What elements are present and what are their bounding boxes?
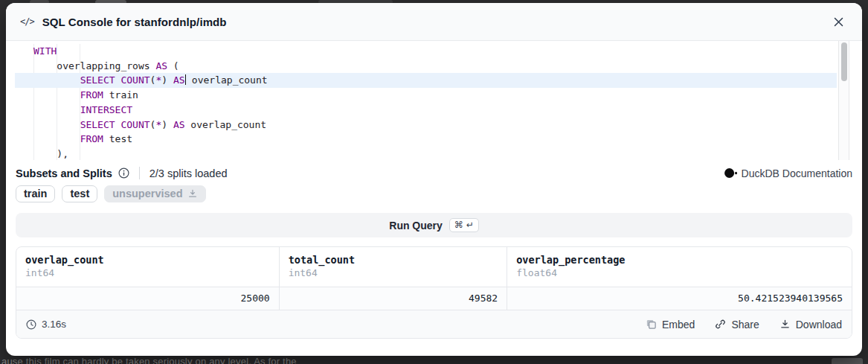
column-type: int64: [289, 267, 498, 278]
embed-label: Embed: [662, 319, 695, 331]
editor-scrollbar[interactable]: [838, 41, 849, 160]
results-data-row: 250004958250.421523940139565: [16, 287, 852, 310]
column-header-total_count: total_countint64: [280, 247, 508, 287]
duckdb-icon: [724, 167, 737, 179]
sql-text: [33, 133, 80, 144]
column-header-overlap_percentage: overlap_percentagefloat64: [507, 247, 852, 287]
elapsed-time-value: 3.16s: [42, 319, 66, 330]
modal-title: SQL Console for stanfordnlp/imdb: [42, 16, 227, 28]
keyboard-shortcut-badge: ⌘ ↵: [449, 218, 479, 232]
duckdb-docs-link[interactable]: DuckDB Documentation: [724, 167, 852, 179]
sql-editor-lines: WITH overlapping_rows AS ( SELECT COUNT(…: [15, 41, 837, 160]
elapsed-time: 3.16s: [26, 319, 66, 330]
sql-keyword: COUNT: [120, 74, 150, 86]
sql-text: [33, 104, 80, 115]
duckdb-docs-label: DuckDB Documentation: [742, 167, 852, 179]
sql-editor[interactable]: WITH overlapping_rows AS ( SELECT COUNT(…: [6, 41, 862, 160]
share-label: Share: [731, 319, 759, 331]
close-icon: [833, 16, 844, 28]
sql-text: test: [103, 133, 132, 144]
splits-loaded-status: 2/3 splits loaded: [150, 167, 228, 179]
sql-keyword: AS: [155, 60, 167, 71]
background-page-text: ause this film can hardly be taken serio…: [1, 356, 297, 364]
split-pills-row: traintestunsupervised: [16, 185, 852, 202]
code-line[interactable]: FROM test: [15, 132, 837, 147]
sql-keyword: AS: [173, 74, 185, 86]
sql-text: train: [103, 89, 138, 100]
embed-button[interactable]: Embed: [646, 319, 695, 331]
sql-keyword: FROM: [80, 133, 103, 144]
split-pill-train[interactable]: train: [16, 185, 55, 202]
sql-text: ),: [33, 148, 68, 159]
share-icon: [715, 319, 726, 330]
clock-icon: [26, 319, 36, 330]
column-name: overlap_percentage: [516, 254, 843, 266]
sql-text: [33, 74, 80, 86]
modal-header: </> SQL Console for stanfordnlp/imdb: [6, 3, 862, 41]
results-header-row: overlap_countint64total_countint64overla…: [16, 247, 852, 287]
column-type: int64: [25, 267, 270, 278]
embed-icon: [646, 319, 657, 330]
column-header-overlap_count: overlap_countint64: [16, 247, 280, 287]
sql-keyword: WITH: [33, 45, 57, 57]
sql-keyword: SELECT: [80, 74, 115, 86]
sql-text: (: [167, 60, 179, 71]
background-scrollbar-fragment: [832, 358, 863, 364]
download-icon: [187, 188, 198, 199]
subsets-row: Subsets and Splits 2/3 splits loaded Duc…: [16, 167, 852, 179]
sql-text: overlapping_rows: [33, 60, 155, 71]
code-icon: </>: [20, 16, 34, 27]
result-cell: 25000: [16, 287, 280, 310]
split-pill-label: test: [70, 188, 89, 199]
sql-console-modal: </> SQL Console for stanfordnlp/imdb WIT…: [6, 3, 862, 356]
result-actions: EmbedShareDownload: [646, 319, 842, 331]
info-icon[interactable]: [118, 167, 129, 179]
code-line[interactable]: SELECT COUNT(*) AS overlap_count: [15, 118, 837, 132]
sql-keyword: INTERSECT: [80, 104, 132, 115]
column-name: overlap_count: [25, 254, 270, 266]
sql-text: ): [161, 74, 173, 86]
column-type: float64: [516, 267, 843, 278]
divider: [139, 167, 140, 179]
sql-text: [33, 89, 80, 100]
sql-text: overlap_count: [186, 74, 268, 86]
sql-keyword: AS: [173, 119, 185, 130]
subsets-label: Subsets and Splits: [16, 167, 112, 179]
download-button[interactable]: Download: [779, 319, 842, 331]
editor-scrollbar-thumb[interactable]: [841, 42, 847, 81]
code-line[interactable]: SELECT COUNT(*) AS overlap_count: [15, 73, 837, 88]
sql-keyword: SELECT: [80, 119, 115, 130]
run-query-button[interactable]: Run Query ⌘ ↵: [16, 213, 852, 237]
split-pill-test[interactable]: test: [62, 185, 97, 202]
column-name: total_count: [289, 254, 498, 266]
results-footer: 3.16s EmbedShareDownload: [16, 310, 852, 338]
close-button[interactable]: [829, 12, 848, 31]
results-card: overlap_countint64total_countint64overla…: [16, 246, 852, 339]
code-line[interactable]: ),: [15, 147, 837, 160]
sql-text: ): [161, 119, 173, 130]
code-line[interactable]: overlapping_rows AS (: [15, 59, 837, 74]
code-line[interactable]: FROM train: [15, 88, 837, 103]
split-pill-label: unsupervised: [112, 188, 182, 199]
sql-text: [33, 119, 80, 130]
split-pill-label: train: [24, 188, 47, 199]
download-label: Download: [796, 319, 842, 331]
split-pill-unsupervised[interactable]: unsupervised: [104, 185, 205, 202]
code-line[interactable]: WITH: [15, 44, 837, 59]
result-cell: 50.421523940139565: [507, 287, 852, 310]
run-query-label: Run Query: [389, 220, 443, 232]
result-cell: 49582: [280, 287, 508, 310]
code-line[interactable]: INTERSECT: [15, 103, 837, 118]
share-button[interactable]: Share: [715, 319, 759, 331]
sql-text: overlap_count: [185, 119, 267, 130]
sql-keyword: FROM: [80, 89, 103, 100]
download-icon: [779, 319, 791, 330]
sql-keyword: COUNT: [120, 119, 150, 130]
